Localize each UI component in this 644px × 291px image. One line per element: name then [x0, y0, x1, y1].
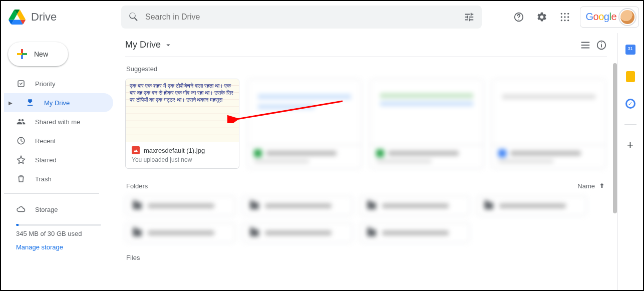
nav-label: My Drive: [44, 99, 70, 107]
card-filename: maxresdefault (1).jpg: [144, 147, 205, 154]
nav-label: Storage: [35, 206, 58, 213]
folder-item[interactable]: [125, 196, 235, 216]
settings-icon[interactable]: [532, 7, 552, 27]
folders-label: Folders: [126, 182, 148, 190]
search-bar[interactable]: [121, 6, 482, 29]
logo-area[interactable]: Drive: [7, 7, 117, 27]
my-drive-icon: [25, 98, 35, 107]
drive-logo-icon: [7, 7, 27, 27]
card-thumbnail: एक बार एक शहर में एक टोपी बेचने वाला रहत…: [126, 79, 239, 142]
folder-grid: [125, 196, 607, 243]
nav-shared[interactable]: Shared with me: [4, 112, 113, 131]
svg-point-15: [601, 42, 602, 43]
divider: [4, 193, 99, 194]
new-button[interactable]: New: [8, 42, 68, 66]
apps-icon[interactable]: [555, 7, 575, 27]
svg-point-8: [561, 20, 562, 21]
files-label: Files: [126, 254, 607, 261]
calendar-addon-icon[interactable]: [621, 40, 640, 59]
svg-point-3: [564, 13, 566, 14]
nav-label: Trash: [35, 175, 52, 183]
nav-label: Shared with me: [35, 118, 80, 126]
account-switcher[interactable]: Google: [580, 7, 639, 28]
svg-point-5: [561, 16, 562, 18]
folder-item[interactable]: [242, 223, 353, 243]
svg-point-1: [519, 19, 519, 19]
avatar[interactable]: [619, 9, 635, 25]
search-input[interactable]: [145, 13, 458, 22]
scrollbar[interactable]: [613, 63, 617, 213]
svg-point-9: [564, 20, 566, 21]
tasks-addon-icon[interactable]: [621, 94, 640, 113]
svg-point-4: [567, 13, 569, 14]
nav-trash[interactable]: Trash: [4, 169, 113, 188]
priority-icon: [16, 79, 26, 88]
nav: Priority ▶ My Drive Shared with me Recen…: [4, 74, 113, 251]
info-icon[interactable]: [596, 40, 607, 51]
caret-icon: ▶: [7, 100, 14, 106]
recent-icon: [16, 136, 26, 145]
svg-point-6: [564, 16, 566, 18]
manage-storage-link[interactable]: Manage storage: [4, 243, 113, 251]
image-file-icon: [132, 146, 140, 154]
nav-priority[interactable]: Priority: [4, 74, 113, 93]
folder-item[interactable]: [360, 223, 470, 243]
card-subtitle: You uploaded just now: [132, 156, 233, 163]
google-logo: Google: [585, 11, 616, 23]
side-panel: +: [617, 33, 643, 290]
svg-point-2: [561, 13, 562, 14]
app-name: Drive: [31, 11, 57, 24]
thumbnail-text: एक बार एक शहर में एक टोपी बेचने वाला रहत…: [130, 82, 235, 103]
trash-icon: [16, 174, 26, 183]
star-icon: [16, 155, 26, 164]
shared-icon: [16, 117, 26, 126]
breadcrumb[interactable]: My Drive: [125, 40, 173, 50]
sidebar: New Priority ▶ My Drive Shared with me R…: [1, 33, 117, 290]
keep-addon-icon[interactable]: [621, 67, 640, 86]
nav-label: Starred: [35, 156, 57, 164]
nav-storage[interactable]: Storage: [4, 200, 113, 219]
suggested-label: Suggested: [126, 65, 607, 73]
nav-label: Recent: [35, 137, 56, 145]
search-icon: [128, 12, 139, 23]
nav-label: Priority: [35, 80, 55, 88]
folders-header: Folders Name: [126, 182, 606, 190]
nav-recent[interactable]: Recent: [4, 131, 113, 150]
list-view-icon[interactable]: [580, 40, 591, 51]
add-addon-icon[interactable]: +: [621, 136, 640, 155]
suggested-card-blurred[interactable]: ..: [247, 79, 362, 169]
new-button-label: New: [34, 50, 48, 58]
arrow-up-icon: [598, 182, 606, 190]
svg-point-10: [567, 20, 569, 21]
cloud-icon: [16, 205, 26, 214]
suggested-card[interactable]: एक बार एक शहर में एक टोपी बेचने वाला रहत…: [125, 79, 239, 169]
header: Drive Google: [1, 1, 643, 33]
breadcrumb-label: My Drive: [125, 40, 161, 50]
divider: [624, 124, 636, 125]
storage-used: 345 MB of 30 GB used: [4, 230, 113, 237]
svg-point-7: [567, 16, 569, 18]
sort-by-name[interactable]: Name: [577, 182, 606, 190]
header-actions: Google: [509, 7, 639, 28]
breadcrumb-row: My Drive: [125, 33, 607, 57]
help-icon[interactable]: [509, 7, 529, 27]
storage-bar: [16, 224, 101, 226]
chevron-down-icon: [164, 41, 173, 50]
folder-item[interactable]: [242, 196, 353, 216]
folder-item[interactable]: [360, 196, 470, 216]
suggested-row: एक बार एक शहर में एक टोपी बेचने वाला रहत…: [125, 79, 607, 169]
nav-starred[interactable]: Starred: [4, 150, 113, 169]
tune-icon[interactable]: [464, 12, 475, 23]
plus-icon: [16, 48, 28, 60]
main: My Drive Suggested एक बार एक शहर में ए: [117, 33, 617, 290]
folder-item[interactable]: [125, 223, 235, 243]
folder-item[interactable]: [477, 196, 587, 216]
suggested-card-blurred[interactable]: ..: [370, 79, 484, 169]
nav-my-drive[interactable]: ▶ My Drive: [4, 93, 113, 112]
suggested-card-blurred[interactable]: ..: [492, 79, 606, 169]
